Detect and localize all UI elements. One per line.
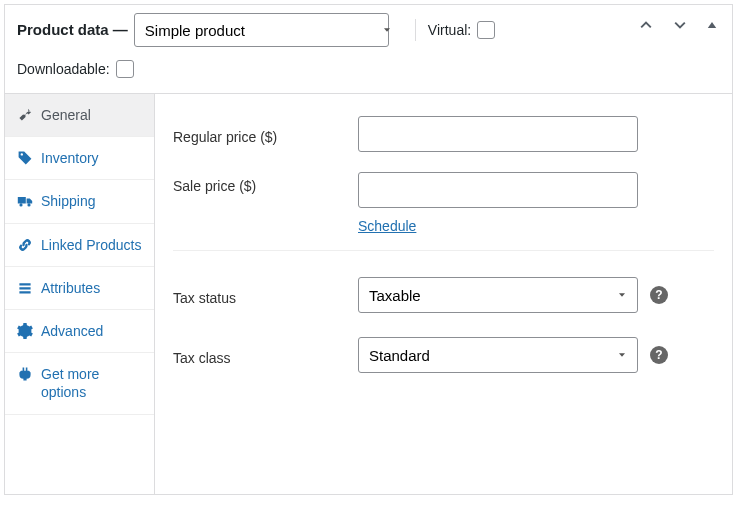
help-icon[interactable]: ? (650, 346, 668, 364)
gear-icon (17, 323, 33, 339)
tab-advanced[interactable]: Advanced (5, 310, 154, 353)
regular-price-input[interactable] (358, 116, 638, 152)
toggle-panel-button[interactable] (702, 17, 722, 33)
tax-class-select[interactable]: Standard (358, 337, 638, 373)
divider (173, 250, 714, 251)
plugin-icon (17, 366, 33, 382)
panel-header-controls (634, 15, 722, 35)
truck-icon (17, 193, 33, 209)
tax-class-label: Tax class (173, 344, 358, 366)
virtual-label: Virtual: (428, 14, 471, 46)
tab-content-general: Regular price ($) Sale price ($) Schedul… (155, 94, 732, 494)
tab-get-more-options[interactable]: Get more options (5, 353, 154, 414)
downloadable-checkbox[interactable] (116, 60, 134, 78)
tab-shipping[interactable]: Shipping (5, 180, 154, 223)
regular-price-label: Regular price ($) (173, 123, 358, 145)
list-icon (17, 280, 33, 296)
sale-price-input[interactable] (358, 172, 638, 208)
tag-icon (17, 150, 33, 166)
panel-body: General Inventory Shipping Linked Produc… (5, 94, 732, 494)
field-tax-status: Tax status Taxable ? (173, 273, 714, 317)
sale-price-label: Sale price ($) (173, 172, 358, 194)
link-icon (17, 237, 33, 253)
tab-label: Get more options (41, 365, 142, 401)
tab-label: Attributes (41, 279, 100, 297)
field-tax-class: Tax class Standard ? (173, 333, 714, 377)
virtual-checkbox[interactable] (477, 21, 495, 39)
tax-status-select[interactable]: Taxable (358, 277, 638, 313)
tab-attributes[interactable]: Attributes (5, 267, 154, 310)
tab-inventory[interactable]: Inventory (5, 137, 154, 180)
tab-general[interactable]: General (5, 94, 154, 137)
tab-label: Shipping (41, 192, 96, 210)
field-sale-price: Sale price ($) Schedule (173, 172, 714, 234)
tabs-sidebar: General Inventory Shipping Linked Produc… (5, 94, 155, 494)
panel-title: Product data — (17, 14, 128, 46)
tax-status-label: Tax status (173, 284, 358, 306)
tab-linked-products[interactable]: Linked Products (5, 224, 154, 267)
product-data-panel: Product data — Simple product Virtual: (4, 4, 733, 495)
field-regular-price: Regular price ($) (173, 112, 714, 156)
panel-header: Product data — Simple product Virtual: (5, 5, 732, 94)
move-up-button[interactable] (634, 15, 658, 35)
schedule-link[interactable]: Schedule (358, 218, 416, 234)
help-icon[interactable]: ? (650, 286, 668, 304)
wrench-icon (17, 107, 33, 123)
tab-label: Advanced (41, 322, 103, 340)
tab-label: Inventory (41, 149, 99, 167)
tab-label: Linked Products (41, 236, 141, 254)
move-down-button[interactable] (668, 15, 692, 35)
downloadable-label: Downloadable: (17, 53, 110, 85)
product-type-select[interactable]: Simple product (134, 13, 389, 47)
divider (415, 19, 416, 41)
tab-label: General (41, 106, 91, 124)
